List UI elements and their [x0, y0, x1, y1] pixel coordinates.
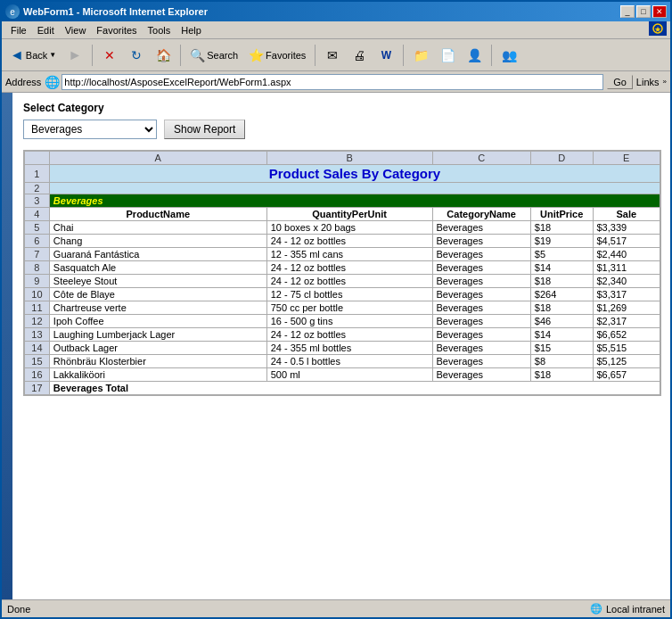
cell-16-a: Lakkaliköori — [49, 368, 266, 382]
row-num-13: 13 — [25, 328, 50, 342]
row-num-6: 6 — [25, 235, 50, 248]
word-button[interactable]: W — [373, 43, 398, 68]
menu-view[interactable]: View — [60, 24, 92, 37]
row-num-14: 14 — [25, 342, 50, 355]
links-label[interactable]: Links — [636, 77, 660, 87]
row-num-3: 3 — [25, 194, 50, 208]
window: e WebForm1 - Microsoft Internet Explorer… — [0, 0, 672, 619]
favorites-label: Favorites — [266, 50, 306, 61]
cell-16-b: 500 ml — [266, 368, 432, 382]
minimize-button[interactable]: _ — [620, 5, 635, 18]
cell-6-e: $4,517 — [593, 235, 660, 248]
show-report-button[interactable]: Show Report — [164, 120, 245, 139]
cell-9-d: $18 — [530, 275, 593, 288]
table-row: 7 Guaraná Fantástica 12 - 355 ml cans Be… — [25, 248, 660, 261]
header-categoryname: CategoryName — [432, 208, 530, 221]
favorites-button[interactable]: ⭐ Favorites — [244, 43, 310, 68]
table-row: 11 Chartreuse verte 750 cc per bottle Be… — [25, 301, 660, 315]
cell-12-a: Ipoh Coffee — [49, 315, 266, 328]
row-num-4: 4 — [25, 208, 50, 221]
stop-icon: ✕ — [104, 48, 115, 62]
cell-9-a: Steeleye Stout — [49, 275, 266, 288]
refresh-icon: ↻ — [131, 48, 142, 62]
cell-5-a: Chai — [49, 221, 266, 235]
cell-5-c: Beverages — [432, 221, 530, 235]
go-button[interactable]: Go — [607, 75, 633, 89]
menu-file[interactable]: File — [5, 24, 32, 37]
intranet-icon: 🌐 — [590, 603, 602, 615]
cell-6-d: $19 — [530, 235, 593, 248]
close-button[interactable]: ✕ — [652, 5, 667, 18]
toolbar-separator-5 — [491, 45, 492, 66]
cell-10-c: Beverages — [432, 288, 530, 301]
title-row-2: 2 — [25, 183, 660, 194]
stop-button[interactable]: ✕ — [97, 43, 122, 68]
table-row: 8 Sasquatch Ale 24 - 12 oz bottles Bever… — [25, 261, 660, 275]
spreadsheet: A B C D E 1 Product Sales By Category — [23, 150, 661, 396]
menu-help[interactable]: Help — [176, 24, 207, 37]
cell-15-b: 24 - 0.5 l bottles — [266, 355, 432, 368]
col-header-row: A B C D E — [25, 152, 660, 165]
category-name-cell: Beverages — [49, 194, 660, 208]
cell-6-b: 24 - 12 oz bottles — [266, 235, 432, 248]
cell-10-e: $3,317 — [593, 288, 660, 301]
cell-8-d: $14 — [530, 261, 593, 275]
messenger-icon: 👤 — [467, 48, 482, 62]
address-input[interactable] — [61, 74, 603, 90]
status-intranet-text: Local intranet — [606, 604, 665, 615]
cell-13-d: $14 — [530, 328, 593, 342]
search-button[interactable]: 🔍 Search — [185, 43, 242, 68]
window-title: WebForm1 - Microsoft Internet Explorer — [23, 6, 208, 17]
mail-icon: ✉ — [327, 48, 338, 62]
status-bar: Done 🌐 Local intranet — [2, 599, 670, 617]
cell-12-d: $46 — [530, 315, 593, 328]
spreadsheet-table: A B C D E 1 Product Sales By Category — [24, 151, 660, 395]
forward-icon: ► — [68, 47, 82, 63]
content-area: Select Category Beverages Condiments Con… — [2, 93, 670, 599]
category-select[interactable]: Beverages Condiments Confections Dairy P… — [23, 120, 157, 139]
back-button[interactable]: ◄ Back ▼ — [5, 43, 61, 68]
home-button[interactable]: 🏠 — [151, 43, 176, 68]
cell-14-a: Outback Lager — [49, 342, 266, 355]
menu-edit[interactable]: Edit — [32, 24, 60, 37]
title-bar: e WebForm1 - Microsoft Internet Explorer… — [2, 2, 670, 21]
cell-14-e: $5,515 — [593, 342, 660, 355]
menu-favorites[interactable]: Favorites — [91, 24, 142, 37]
cell-15-e: $5,125 — [593, 355, 660, 368]
cell-13-c: Beverages — [432, 328, 530, 342]
cell-5-d: $18 — [530, 221, 593, 235]
table-row: 5 Chai 10 boxes x 20 bags Beverages $18 … — [25, 221, 660, 235]
print-button[interactable]: 🖨 — [347, 43, 372, 68]
back-dropdown-icon: ▼ — [49, 51, 56, 59]
total-cell: Beverages Total — [49, 382, 660, 395]
row-num-16: 16 — [25, 368, 50, 382]
cell-16-c: Beverages — [432, 368, 530, 382]
maximize-button[interactable]: □ — [636, 5, 651, 18]
mail-button[interactable]: ✉ — [320, 43, 345, 68]
messenger-button[interactable]: 👤 — [462, 43, 487, 68]
header-quantityperunit: QuantityPerUnit — [266, 208, 432, 221]
total-row: 17 Beverages Total — [25, 382, 660, 395]
cell-8-b: 24 - 12 oz bottles — [266, 261, 432, 275]
toolbar-separator-3 — [315, 45, 316, 66]
refresh-button[interactable]: ↻ — [124, 43, 149, 68]
address-globe-icon: 🌐 — [45, 75, 60, 89]
menu-tools[interactable]: Tools — [143, 24, 176, 37]
table-header-row: 4 ProductName QuantityPerUnit CategoryNa… — [25, 208, 660, 221]
title-cell: Product Sales By Category — [49, 165, 660, 183]
ie-flag-icon: ★ — [649, 21, 667, 38]
cell-14-d: $15 — [530, 342, 593, 355]
table-row: 14 Outback Lager 24 - 355 ml bottles Bev… — [25, 342, 660, 355]
word-icon: W — [381, 49, 391, 62]
table-row: 10 Côte de Blaye 12 - 75 cl bottles Beve… — [25, 288, 660, 301]
cell-13-a: Laughing Lumberjack Lager — [49, 328, 266, 342]
msn-button[interactable]: 📄 — [435, 43, 460, 68]
row-num-8: 8 — [25, 261, 50, 275]
cell-5-e: $3,339 — [593, 221, 660, 235]
folder-button[interactable]: 📁 — [408, 43, 433, 68]
cell-9-b: 24 - 12 oz bottles — [266, 275, 432, 288]
window-controls[interactable]: _ □ ✕ — [620, 5, 667, 18]
cell-16-e: $6,657 — [593, 368, 660, 382]
forward-button[interactable]: ► — [62, 43, 87, 68]
people-button[interactable]: 👥 — [496, 43, 521, 68]
